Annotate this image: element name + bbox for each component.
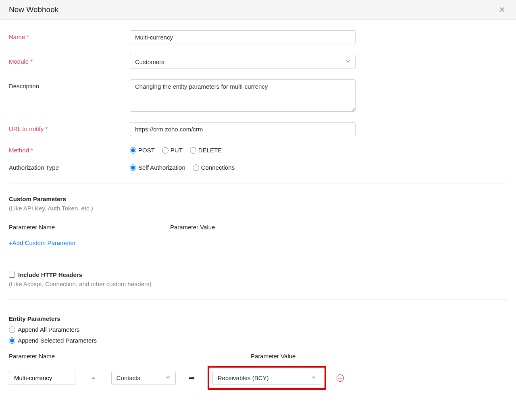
entity-param-name-input[interactable] [9, 371, 75, 385]
append-all-radio[interactable] [9, 326, 15, 333]
entity-module-select[interactable]: Contacts [111, 371, 176, 385]
method-delete-radio[interactable] [190, 147, 196, 154]
include-http-headers-checkbox[interactable] [9, 272, 15, 278]
custom-params-title: Custom Parameters [9, 195, 507, 202]
module-label: Module * [9, 55, 130, 65]
module-select[interactable]: Customers [130, 55, 356, 69]
module-value: Customers [135, 58, 164, 65]
name-label: Name * [9, 30, 130, 40]
url-input[interactable] [130, 122, 356, 136]
divider [9, 259, 507, 259]
dialog-header: New Webhook ✕ [0, 0, 516, 20]
entity-value-select[interactable]: Receivables (BCY) [212, 371, 321, 385]
entity-param-value-header: Parameter Value [251, 353, 507, 360]
description-textarea[interactable] [130, 79, 356, 112]
method-radio-group: POST PUT DELETE [130, 147, 222, 154]
append-selected-label: Append Selected Parameters [18, 337, 97, 344]
method-post-radio[interactable] [130, 147, 136, 154]
remove-row-icon[interactable] [337, 374, 344, 382]
custom-param-value-header: Parameter Value [170, 224, 507, 231]
auth-radio-group: Self Authorization Connections [130, 164, 235, 171]
chevron-down-icon [311, 375, 316, 381]
auth-connections-radio[interactable] [193, 164, 199, 171]
chevron-down-icon [166, 375, 171, 381]
chevron-down-icon [345, 59, 350, 65]
append-selected-radio[interactable] [9, 337, 15, 344]
divider [9, 183, 507, 183]
close-icon[interactable]: ✕ [497, 5, 507, 15]
custom-params-subtitle: (Like API Key, Auth Token, etc.) [9, 205, 507, 212]
dialog-title: New Webhook [9, 5, 58, 14]
custom-param-name-header: Parameter Name [9, 224, 170, 231]
highlight-box: Receivables (BCY) [208, 366, 326, 390]
entity-params-title: Entity Parameters [9, 315, 507, 322]
auth-label: Authorization Type [9, 164, 130, 171]
arrow-right-icon: ➡ [176, 374, 208, 383]
auth-self-radio[interactable] [130, 164, 136, 171]
entity-param-name-header: Parameter Name [9, 353, 251, 360]
auth-connections[interactable]: Connections [193, 164, 235, 171]
http-headers-subtitle: (Like Accept, Connection, and other cust… [9, 281, 507, 287]
url-label: URL to notify * [9, 122, 130, 132]
include-http-headers-label: Include HTTP Headers [18, 271, 82, 278]
method-delete[interactable]: DELETE [190, 147, 222, 154]
add-custom-parameter-link[interactable]: +Add Custom Parameter [9, 239, 76, 246]
append-all-label: Append All Parameters [18, 326, 79, 333]
equals-sign: = [75, 374, 111, 381]
divider [9, 299, 507, 300]
method-post[interactable]: POST [130, 147, 155, 154]
entity-param-row: = Contacts ➡ Receivables (BCY) [9, 366, 507, 390]
name-input[interactable] [130, 30, 356, 44]
method-put[interactable]: PUT [162, 147, 183, 154]
method-label: Method * [9, 147, 130, 154]
description-label: Description [9, 79, 130, 89]
auth-self[interactable]: Self Authorization [130, 164, 185, 171]
method-put-radio[interactable] [162, 147, 169, 154]
